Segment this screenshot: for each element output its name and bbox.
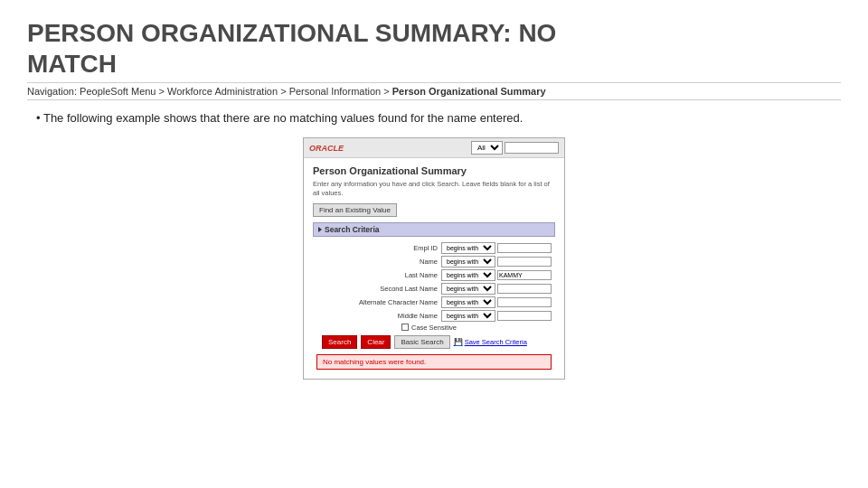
altchar-input[interactable] — [497, 297, 552, 307]
breadcrumb-sep1: > — [278, 86, 289, 97]
breadcrumb-sep2: > — [381, 86, 392, 97]
form-row-name: Name begins with — [316, 256, 552, 267]
browser-screenshot: ORACLE All Person Organizational Summary… — [303, 137, 565, 380]
browser-search-input[interactable] — [505, 142, 559, 154]
emplid-label: Empl ID — [356, 244, 438, 252]
page-container: PERSON ORGANIZATIONAL SUMMARY: NO MATCH … — [0, 0, 868, 488]
page-title: PERSON ORGANIZATIONAL SUMMARY: NO MATCH — [27, 18, 841, 79]
name-label: Name — [356, 258, 438, 266]
basic-search-button[interactable]: Basic Search — [394, 335, 449, 349]
breadcrumb: Navigation: PeopleSoft Menu > Workforce … — [27, 82, 841, 100]
find-existing-value-button[interactable]: Find an Existing Value — [313, 203, 397, 217]
search-button[interactable]: Search — [322, 335, 357, 349]
search-criteria-form: Empl ID begins with Name begins with Las… — [313, 240, 555, 371]
save-icon: 💾 — [454, 338, 463, 346]
secondlast-input[interactable] — [497, 284, 552, 294]
altchar-operator[interactable]: begins with — [441, 296, 495, 308]
case-sensitive-checkbox[interactable] — [401, 324, 409, 331]
browser-topbar: ORACLE All — [304, 138, 564, 158]
browser-search-bar: All — [471, 141, 559, 155]
middlename-operator[interactable]: begins with — [441, 310, 495, 322]
emplid-operator[interactable]: begins with — [441, 242, 495, 254]
secondlast-label: Second Last Name — [356, 285, 438, 293]
clear-button[interactable]: Clear — [361, 335, 391, 349]
breadcrumb-prefix: Navigation: — [27, 86, 80, 97]
save-search-link[interactable]: 💾 Save Search Criteria — [454, 338, 527, 346]
breadcrumb-workforce: Workforce Administration — [167, 86, 278, 97]
search-scope-dropdown[interactable]: All — [471, 141, 503, 155]
form-row-middlename: Middle Name begins with — [316, 310, 552, 322]
case-sensitive-label: Case Sensitive — [411, 324, 457, 332]
name-input[interactable] — [497, 257, 552, 267]
action-buttons: Search Clear Basic Search 💾 Save Search … — [316, 335, 552, 349]
name-operator[interactable]: begins with — [441, 256, 495, 267]
bullet-point: • The following example shows that there… — [36, 111, 841, 125]
form-row-secondlast: Second Last Name begins with — [316, 283, 552, 295]
lastname-label: Last Name — [356, 271, 438, 279]
collapse-icon — [318, 227, 322, 232]
secondlast-operator[interactable]: begins with — [441, 283, 495, 295]
form-row-altchar: Alternate Character Name begins with — [316, 296, 552, 308]
browser-content: Person Organizational Summary Enter any … — [304, 158, 564, 379]
altchar-label: Alternate Character Name — [356, 298, 438, 306]
form-row-emplid: Empl ID begins with — [316, 242, 552, 254]
breadcrumb-part1: PeopleSoft Menu > — [80, 86, 167, 97]
middlename-label: Middle Name — [356, 312, 438, 320]
lastname-input[interactable] — [497, 270, 552, 280]
search-criteria-header: Search Criteria — [313, 222, 555, 237]
title-section: PERSON ORGANIZATIONAL SUMMARY: NO MATCH — [27, 18, 841, 79]
ps-page-title: Person Organizational Summary — [313, 165, 555, 176]
breadcrumb-final: Person Organizational Summary — [392, 86, 546, 97]
middlename-input[interactable] — [497, 311, 552, 321]
no-match-message: No matching values were found. — [316, 354, 552, 370]
lastname-operator[interactable]: begins with — [441, 269, 495, 281]
ps-instruction: Enter any information you have and click… — [313, 180, 555, 198]
oracle-logo: ORACLE — [309, 144, 344, 153]
case-sensitive-row: Case Sensitive — [316, 324, 552, 332]
breadcrumb-personal: Personal Information — [289, 86, 382, 97]
form-row-lastname: Last Name begins with — [316, 269, 552, 281]
emplid-input[interactable] — [497, 243, 552, 253]
